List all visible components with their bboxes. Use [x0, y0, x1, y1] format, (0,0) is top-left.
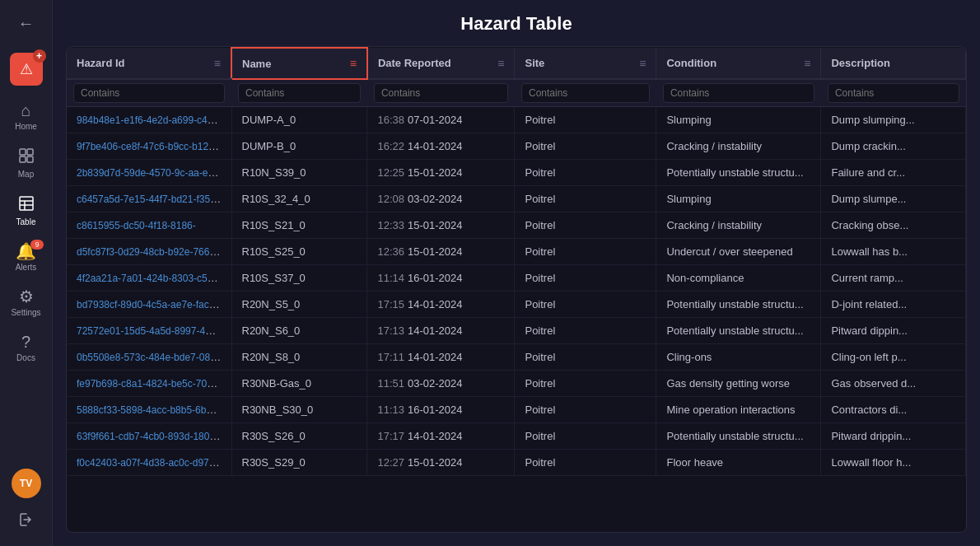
filter-description[interactable] [828, 83, 959, 103]
col-site-menu-icon[interactable]: ≡ [639, 57, 646, 70]
time-value: 11:14 [377, 272, 404, 284]
sidebar-item-docs-label: Docs [16, 353, 35, 362]
hazard-id-link[interactable]: 5888cf33-5898-4acc-b8b5-6b06e353975f [77, 404, 231, 416]
table-body: 984b48e1-e1f6-4e2d-a699-c4356b87f507 DUM… [67, 107, 966, 476]
table-row: 5888cf33-5898-4acc-b8b5-6b06e353975f R30… [67, 397, 966, 423]
hazard-id-link[interactable]: 63f9f661-cdb7-4cb0-893d-180cdb3d869e [77, 430, 231, 442]
cell-description: Failure and cr... [821, 160, 966, 186]
avatar[interactable]: TV [12, 469, 41, 498]
filter-site[interactable] [521, 83, 650, 103]
hazard-id-link[interactable]: c6457a5d-7e15-44f7-bd21-f3557dcba4f3 [77, 193, 231, 205]
hazard-id-link[interactable]: 2b839d7d-59de-4570-9c-aa-e03acc94c74e [77, 166, 231, 179]
col-name-label: Name [242, 58, 271, 70]
back-button[interactable]: ← [12, 8, 41, 38]
svg-rect-2 [20, 156, 26, 162]
filter-name[interactable] [238, 83, 361, 103]
time-value: 12:33 [377, 219, 404, 231]
table-row: 0b5508e8-573c-484e-bde7-087e00336e0b R20… [67, 344, 966, 371]
cell-site: Poitrel [515, 423, 656, 450]
cell-description: Dump crackin... [821, 133, 966, 160]
page-title: Hazard Table [66, 13, 967, 35]
sidebar-item-table[interactable]: Table [0, 187, 52, 235]
cell-condition: Mine operation interactions [656, 397, 821, 423]
hazard-id-link[interactable]: fe97b698-c8a1-4824-be5c-70105f1e3e5f [77, 377, 231, 390]
filter-condition[interactable] [663, 83, 814, 103]
cell-condition: Potentially unstable structu... [656, 292, 821, 318]
hazard-id-link[interactable]: f0c42403-a07f-4d38-ac0c-d97eb8921de3 [77, 456, 231, 469]
time-value: 16:38 [377, 114, 404, 126]
home-icon: ⌂ [21, 102, 30, 119]
cell-hazard-id: c8615955-dc50-4f18-8186- [67, 212, 231, 239]
col-site: Site ≡ [515, 48, 656, 79]
filter-date[interactable] [374, 83, 508, 103]
cell-description: Pitward dippin... [821, 318, 966, 344]
cell-name: R30S_S29_0 [231, 450, 367, 476]
table-container[interactable]: Hazard Id ≡ Name ≡ Date Reported ≡ [66, 46, 967, 533]
time-value: 12:27 [377, 456, 404, 469]
hazard-id-link[interactable]: 984b48e1-e1f6-4e2d-a699-c4356b87f507 [77, 114, 231, 126]
cell-name: R20N_S8_0 [231, 344, 367, 371]
time-value: 17:11 [377, 351, 404, 363]
cell-description: Lowwall has b... [821, 239, 966, 265]
hazard-id-link[interactable]: c8615955-dc50-4f18-8186- [77, 220, 196, 231]
table-row: c6457a5d-7e15-44f7-bd21-f3557dcba4f3 R10… [67, 186, 966, 212]
cell-site: Poitrel [515, 133, 656, 160]
cell-name: R20N_S5_0 [231, 292, 367, 318]
cell-date: 11:5103-02-2024 [367, 371, 515, 397]
cell-site: Poitrel [515, 318, 656, 344]
cell-name: R10S_S21_0 [231, 212, 367, 239]
cell-condition: Cracking / instability [656, 133, 821, 160]
hazard-id-link[interactable]: 9f7be406-ce8f-47c6-b9cc-b12efa515b02 [77, 140, 231, 152]
sidebar-item-alerts[interactable]: 🔔 9 Alerts [0, 235, 52, 280]
hazard-id-link[interactable]: 0b5508e8-573c-484e-bde7-087e00336e0b [77, 351, 231, 363]
cell-hazard-id: 4f2aa21a-7a01-424b-8303-c5128331f077 [67, 265, 231, 292]
hazard-id-link[interactable]: d5fc87f3-0d29-48cb-b92e-7663039566bb [77, 245, 231, 258]
cell-description: Contractors di... [821, 397, 966, 423]
sidebar-item-map-label: Map [18, 170, 34, 179]
hazard-table: Hazard Id ≡ Name ≡ Date Reported ≡ [67, 47, 966, 476]
cell-date: 12:3315-01-2024 [367, 212, 515, 239]
cell-condition: Potentially unstable structu... [656, 318, 821, 344]
cell-name: R30NB_S30_0 [231, 397, 367, 423]
hazard-id-link[interactable]: 72572e01-15d5-4a5d-8997-45dcc0971c6a [77, 324, 231, 337]
col-name-menu-icon[interactable]: ≡ [350, 57, 357, 70]
cell-description: Cling-on left p... [821, 344, 966, 371]
hazard-id-link[interactable]: bd7938cf-89d0-4c5a-ae7e-fac5fad3415e [77, 298, 231, 310]
col-condition-label: Condition [666, 57, 716, 69]
col-hazard-id-menu-icon[interactable]: ≡ [214, 57, 221, 70]
alerts-badge: 9 [30, 240, 44, 250]
cell-date: 17:1514-01-2024 [367, 292, 515, 318]
cell-hazard-id: 9f7be406-ce8f-47c6-b9cc-b12efa515b02 [67, 133, 231, 160]
cell-date: 11:1416-01-2024 [367, 265, 515, 292]
cell-description: Dump slumping... [821, 107, 966, 133]
main-content: Hazard Table Hazard Id ≡ Name ≡ [53, 0, 980, 546]
sidebar-item-home[interactable]: ⌂ Home [0, 94, 52, 139]
logout-button[interactable] [12, 505, 41, 534]
table-row: 4f2aa21a-7a01-424b-8303-c5128331f077 R10… [67, 265, 966, 292]
cell-condition: Potentially unstable structu... [656, 423, 821, 450]
col-condition-menu-icon[interactable]: ≡ [804, 57, 810, 70]
hazard-add-icon: ⚠ + [10, 53, 43, 86]
date-value: 14-01-2024 [408, 324, 463, 337]
cell-site: Poitrel [515, 371, 656, 397]
col-date-menu-icon[interactable]: ≡ [497, 57, 504, 70]
date-value: 03-02-2024 [408, 377, 463, 390]
sidebar-item-docs[interactable]: ? Docs [0, 325, 52, 371]
map-icon [18, 147, 35, 166]
sidebar-item-home-label: Home [15, 122, 37, 131]
sidebar-item-hazard-add[interactable]: ⚠ + [0, 44, 52, 94]
filter-hazard-id[interactable] [73, 83, 225, 103]
sidebar-item-settings[interactable]: ⚙ Settings [0, 280, 52, 325]
cell-date: 11:1316-01-2024 [367, 397, 515, 423]
hazard-id-link[interactable]: 4f2aa21a-7a01-424b-8303-c5128331f077 [77, 272, 231, 284]
cell-condition: Slumping [656, 107, 821, 133]
table-row: fe97b698-c8a1-4824-be5c-70105f1e3e5f R30… [67, 371, 966, 397]
sidebar-item-map[interactable]: Map [0, 139, 52, 187]
date-value: 07-01-2024 [408, 114, 463, 126]
cell-hazard-id: 2b839d7d-59de-4570-9c-aa-e03acc94c74e [67, 160, 231, 186]
cell-date: 12:2515-01-2024 [367, 160, 515, 186]
cell-hazard-id: fe97b698-c8a1-4824-be5c-70105f1e3e5f [67, 371, 231, 397]
date-value: 14-01-2024 [408, 351, 463, 363]
time-value: 17:17 [377, 430, 404, 442]
cell-name: R30NB-Gas_0 [231, 371, 367, 397]
